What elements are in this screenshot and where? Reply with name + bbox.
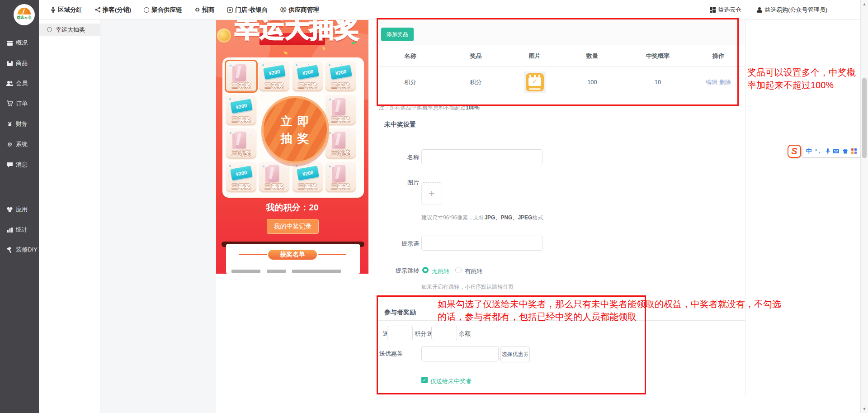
nav-item-promoter[interactable]: 推客(分销) xyxy=(95,6,131,14)
prize-tile-phone[interactable]: 三等奖 xyxy=(326,128,356,159)
prize-tile-label: 三等奖 xyxy=(226,183,256,191)
prize-tile-coupon[interactable]: ¥200三等奖 xyxy=(226,162,256,192)
recycle-icon: ♻ xyxy=(195,6,200,13)
nav-item-store-cashier[interactable]: 门店-收银台 xyxy=(227,6,268,14)
prize-table-header: 名称 奖品 图片 数量 中奖概率 操作 xyxy=(377,45,745,67)
only-miss-label[interactable]: 仅送给未中奖者 xyxy=(430,377,472,385)
scroll-down-arrow[interactable]: ▼ xyxy=(861,407,868,411)
miss-section-title: 未中奖设置 xyxy=(384,121,416,129)
message-icon xyxy=(6,161,14,168)
image-label: 图片 xyxy=(369,179,419,187)
table-toolbar: 添加奖品 xyxy=(377,19,745,45)
jump-label-text[interactable]: 有跳转 xyxy=(465,267,482,275)
nav-item-label: 聚合供应链 xyxy=(151,6,182,14)
choose-coupon-button[interactable]: 选择优惠券 xyxy=(500,346,530,362)
image-upload-box[interactable]: + xyxy=(421,182,442,204)
prize-tile-phone[interactable]: 三等奖 xyxy=(326,162,356,192)
prize-tile-coupon[interactable]: ¥200三等奖 xyxy=(292,61,323,91)
table-row: 积分 积分 100 10 编辑 删除 xyxy=(377,66,745,98)
sidebar-item-members[interactable]: 会员 xyxy=(0,76,39,90)
prize-tile-phone[interactable]: 三等奖 xyxy=(226,128,256,159)
sidebar-item-label: 会员 xyxy=(16,79,28,87)
sidebar-item-label: 装修DIY xyxy=(16,246,38,254)
prize-tile-label: 三等奖 xyxy=(259,183,289,191)
sogou-logo-icon[interactable]: S xyxy=(788,145,801,158)
col-header-image: 图片 xyxy=(509,52,561,60)
prize-tile-phone[interactable]: 三等奖 xyxy=(326,95,356,125)
sidebar-item-goods[interactable]: 商品 xyxy=(0,57,39,70)
workspace-label: 益选云仓 xyxy=(718,6,741,14)
sidebar-item-orders[interactable]: 订单 xyxy=(0,97,39,110)
ime-bar: 中 °， xyxy=(802,145,861,157)
mic-icon[interactable] xyxy=(826,148,830,154)
nav-item-supply-chain[interactable]: 聚合供应链 xyxy=(144,6,182,14)
clipped-winner-text xyxy=(292,270,341,273)
nav-item-label: 门店-收银台 xyxy=(235,6,268,14)
vertical-scrollbar[interactable]: ▲ ▼ xyxy=(860,0,868,413)
prize-tile-coupon[interactable]: ¥200三等奖 xyxy=(226,95,256,125)
prize-tile-label: 三等奖 xyxy=(326,183,356,191)
add-prize-button[interactable]: 添加奖品 xyxy=(381,28,414,41)
prize-tile-label: 三等奖 xyxy=(292,183,323,191)
cell-probability: 10 xyxy=(624,79,692,85)
top-navbar: 区域分红 推客(分销) 聚合供应链 ♻招商 门店-收银台 Ⓢ供应商管理 益选云仓… xyxy=(39,0,868,20)
only-miss-checkbox[interactable]: ✓ xyxy=(421,377,428,383)
workspace-switcher[interactable]: 益选云仓 xyxy=(710,6,741,14)
prize-tile-phone[interactable]: 三等奖 xyxy=(259,162,289,192)
pill-right-line xyxy=(318,254,346,255)
prize-tile-coupon[interactable]: ¥200三等奖 xyxy=(292,162,323,192)
edit-link[interactable]: 编辑 xyxy=(706,79,717,85)
store-icon xyxy=(227,7,233,13)
logo-text: 益选云仓 xyxy=(14,15,35,20)
coupon-image: ¥200 xyxy=(330,65,352,80)
sidebar-item-system[interactable]: ⚙系统 xyxy=(0,138,39,151)
ime-mode-chinese[interactable]: 中 xyxy=(806,147,812,155)
scroll-up-arrow[interactable]: ▲ xyxy=(861,2,868,6)
sidebar-item-label: 财务 xyxy=(16,120,28,128)
nav-item-supplier[interactable]: Ⓢ供应商管理 xyxy=(280,6,319,14)
sidebar-item-finance[interactable]: ¥财务 xyxy=(0,117,39,131)
spin-now-button[interactable]: 立 即 抽 奖 xyxy=(261,96,329,164)
prize-tile-coupon[interactable]: ¥200三等奖 xyxy=(326,61,356,91)
divider xyxy=(377,139,745,139)
account-menu[interactable]: 益选易购(公众号管理员) xyxy=(757,6,827,14)
prize-tile-coupon[interactable]: ¥200三等奖 xyxy=(259,61,289,91)
prize-tile-label: 三等奖 xyxy=(259,82,289,90)
sidebar-item-message[interactable]: 消息 xyxy=(0,158,39,171)
content-gutter xyxy=(100,19,216,413)
cell-prize: 积分 xyxy=(443,78,509,86)
my-records-button[interactable]: 我的中奖记录 xyxy=(267,219,319,234)
settings-panel: 添加奖品 名称 奖品 图片 数量 中奖概率 操作 积分 积分 100 10 编辑… xyxy=(377,19,745,396)
miss-name-input[interactable] xyxy=(421,149,542,164)
sidebar-item-stats[interactable]: 统计 xyxy=(0,223,39,237)
nav-item-region-dividend[interactable]: 区域分红 xyxy=(51,6,82,14)
sidebar-item-diy[interactable]: 装修DIY xyxy=(0,243,39,256)
sidebar-item-overview[interactable]: 概况 xyxy=(0,36,39,50)
points-amount-input[interactable] xyxy=(387,326,413,340)
person-icon xyxy=(51,7,56,13)
top-menu: 区域分红 推客(分销) 聚合供应链 ♻招商 门店-收银台 Ⓢ供应商管理 xyxy=(51,6,319,14)
nav-item-label: 区域分红 xyxy=(58,6,82,14)
keyboard-icon[interactable] xyxy=(833,149,839,153)
coupon-input[interactable] xyxy=(421,346,499,361)
no-jump-radio[interactable] xyxy=(422,267,429,273)
skin-shirt-icon[interactable] xyxy=(842,149,848,154)
jump-radio[interactable] xyxy=(455,267,462,273)
winners-title-pill: 获奖名单 xyxy=(268,250,317,260)
cell-name: 积分 xyxy=(377,78,443,86)
nav-item-investment[interactable]: ♻招商 xyxy=(195,6,215,14)
delete-link[interactable]: 删除 xyxy=(719,79,731,85)
scrollbar-thumb[interactable] xyxy=(862,78,867,158)
brand-logo[interactable]: 益选云仓 xyxy=(14,4,35,25)
cell-actions: 编辑 删除 xyxy=(692,78,745,86)
ime-punctuation[interactable]: °， xyxy=(815,148,822,155)
tip-input[interactable] xyxy=(421,236,542,251)
no-jump-label[interactable]: 无跳转 xyxy=(432,267,449,275)
points-suffix: 积分 xyxy=(415,330,426,338)
toolbox-grid-icon[interactable] xyxy=(851,148,857,154)
sidebar-item-apps[interactable]: 应用 xyxy=(0,203,39,216)
prize-tile-phone[interactable]: 三等奖 xyxy=(225,60,258,93)
balance-amount-input[interactable] xyxy=(431,326,457,340)
submenu-item-lucky-draw[interactable]: 幸运大抽奖 xyxy=(39,24,100,36)
spin-text-line1: 立 即 xyxy=(280,113,310,130)
